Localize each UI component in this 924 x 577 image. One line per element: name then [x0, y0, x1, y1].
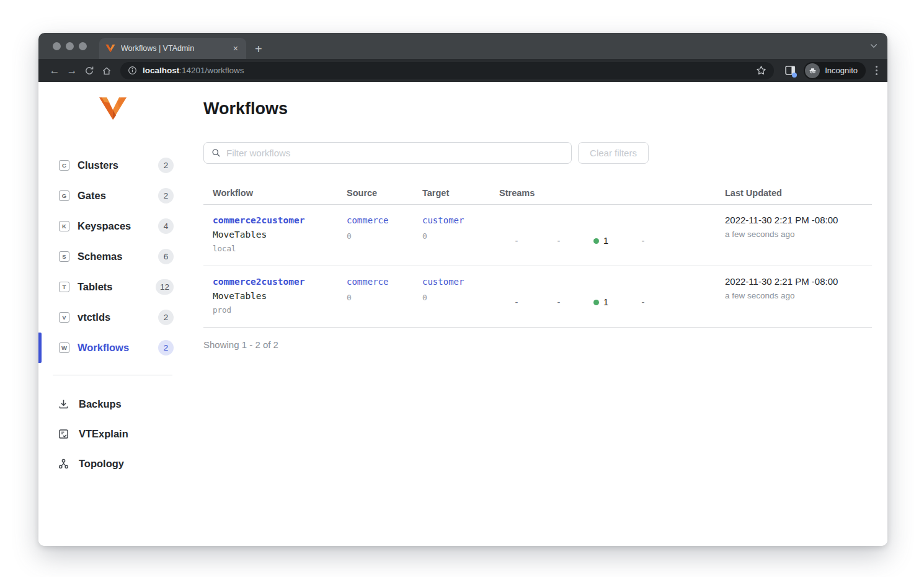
incognito-icon — [808, 66, 817, 75]
tab-close-icon[interactable]: × — [231, 43, 240, 53]
workflow-link[interactable]: commerce2customer — [213, 215, 304, 225]
home-icon — [102, 66, 112, 76]
browser-window: Workflows | VTAdmin × + ← → — [38, 33, 887, 546]
count-badge: 2 — [158, 310, 174, 325]
sidebar-item-keyspaces[interactable]: K Keyspaces 4 — [38, 211, 187, 241]
table-header-row: Workflow Source Target Streams Last Upda… — [203, 184, 872, 205]
vitess-favicon — [105, 44, 115, 53]
workflow-cell: commerce2customer MoveTables prod — [203, 266, 337, 327]
incognito-badge: Incognito — [804, 62, 866, 79]
side-panel-dot — [792, 73, 797, 78]
sidebar-item-clusters[interactable]: C Clusters 2 — [38, 150, 187, 181]
count-badge: 6 — [158, 249, 174, 264]
clear-filters-button[interactable]: Clear filters — [578, 142, 649, 164]
sidebar-item-topology[interactable]: Topology — [38, 449, 187, 478]
source-keyspace-link[interactable]: commerce — [347, 215, 388, 225]
workflows-icon: W — [59, 342, 69, 353]
sidebar-divider — [53, 375, 172, 375]
window-minimize-button[interactable] — [66, 42, 74, 50]
url-host: localhost — [143, 66, 179, 75]
vtctlds-icon: V — [59, 312, 69, 323]
sidebar-nav: C Clusters 2 G Gates 2 K Keyspaces 4 S S… — [38, 150, 187, 363]
window-zoom-button[interactable] — [79, 42, 87, 50]
count-badge: 2 — [158, 158, 174, 173]
stream-count: - — [495, 277, 538, 327]
running-dot-icon — [593, 300, 599, 305]
filter-row: Clear filters — [203, 142, 872, 164]
stream-count: - — [538, 216, 580, 266]
last-updated-date: 2022-11-30 2:21 PM -08:00 — [725, 215, 863, 225]
stream-count: - — [622, 277, 664, 327]
col-header-last-updated: Last Updated — [716, 184, 872, 204]
url-text: localhost:14201/workflows — [143, 66, 244, 75]
sidebar-item-backups[interactable]: Backups — [38, 389, 187, 419]
search-icon — [211, 148, 221, 158]
browser-menu-button[interactable] — [873, 63, 880, 78]
streams-cell: - - 1 - — [490, 266, 716, 327]
workflow-link[interactable]: commerce2customer — [213, 277, 304, 287]
target-cell: customer 0 — [413, 266, 490, 327]
sidebar-item-vtexplain[interactable]: VTExplain — [38, 419, 187, 449]
workflow-cluster: local — [213, 244, 328, 253]
page-content: C Clusters 2 G Gates 2 K Keyspaces 4 S S… — [38, 82, 887, 546]
stream-count: - — [495, 216, 538, 266]
count-badge: 4 — [158, 218, 174, 234]
reload-icon — [84, 66, 94, 76]
streams-cell: - - 1 - — [490, 205, 716, 266]
source-shards: 0 — [347, 231, 404, 241]
reload-button[interactable] — [81, 62, 98, 79]
filter-input-wrapper — [203, 142, 572, 164]
vtexplain-icon — [58, 428, 69, 440]
workflows-table: Workflow Source Target Streams Last Upda… — [203, 184, 872, 350]
address-bar[interactable]: localhost:14201/workflows — [120, 62, 774, 79]
stream-count-running: 1 — [580, 216, 622, 266]
sidebar-item-gates[interactable]: G Gates 2 — [38, 181, 187, 211]
sidebar-item-workflows[interactable]: W Workflows 2 — [38, 333, 187, 363]
workflow-cell: commerce2customer MoveTables local — [203, 205, 337, 266]
last-updated-cell: 2022-11-30 2:21 PM -08:00 a few seconds … — [716, 266, 872, 327]
side-panel-button[interactable] — [783, 63, 797, 78]
running-dot-icon — [593, 238, 599, 244]
bookmark-star-icon[interactable] — [756, 65, 766, 76]
schemas-icon: S — [59, 251, 69, 262]
gates-icon: G — [59, 190, 69, 201]
results-summary: Showing 1 - 2 of 2 — [203, 339, 872, 350]
window-close-button[interactable] — [53, 42, 61, 50]
sidebar-item-schemas[interactable]: S Schemas 6 — [38, 241, 187, 272]
target-keyspace-link[interactable]: customer — [422, 277, 464, 287]
back-button[interactable]: ← — [46, 62, 63, 79]
url-path: :14201/workflows — [179, 66, 244, 75]
target-keyspace-link[interactable]: customer — [422, 215, 464, 225]
home-button[interactable] — [98, 62, 115, 79]
last-updated-cell: 2022-11-30 2:21 PM -08:00 a few seconds … — [716, 205, 872, 266]
table-row: commerce2customer MoveTables local comme… — [203, 205, 872, 266]
site-info-icon[interactable] — [128, 66, 137, 75]
browser-tab[interactable]: Workflows | VTAdmin × — [99, 38, 246, 59]
col-header-source: Source — [337, 184, 413, 204]
table-row: commerce2customer MoveTables prod commer… — [203, 266, 872, 328]
source-keyspace-link[interactable]: commerce — [347, 277, 388, 287]
count-badge: 2 — [158, 340, 174, 356]
sidebar-item-vtctlds[interactable]: V vtctlds 2 — [38, 302, 187, 333]
filter-workflows-input[interactable] — [226, 148, 564, 158]
tablets-icon: T — [59, 282, 69, 292]
topology-icon — [58, 458, 69, 470]
keyspaces-icon: K — [59, 221, 69, 231]
tab-strip: Workflows | VTAdmin × + — [38, 33, 887, 59]
incognito-avatar — [805, 63, 820, 78]
sidebar-tools: Backups VTExplain — [38, 389, 187, 478]
target-shards: 0 — [422, 231, 481, 241]
forward-button[interactable]: → — [63, 62, 81, 79]
source-shards: 0 — [347, 293, 404, 302]
last-updated-date: 2022-11-30 2:21 PM -08:00 — [725, 276, 863, 287]
count-badge: 12 — [156, 279, 174, 295]
source-cell: commerce 0 — [337, 266, 413, 327]
col-header-target: Target — [413, 184, 490, 204]
workflow-type: MoveTables — [213, 230, 328, 239]
new-tab-button[interactable]: + — [255, 43, 262, 55]
chevron-down-icon[interactable] — [869, 42, 878, 50]
clusters-icon: C — [59, 160, 69, 171]
workflow-cluster: prod — [213, 305, 328, 315]
main-panel: Workflows Clear filters Workflow Source … — [187, 82, 887, 546]
sidebar-item-tablets[interactable]: T Tablets 12 — [38, 272, 187, 302]
